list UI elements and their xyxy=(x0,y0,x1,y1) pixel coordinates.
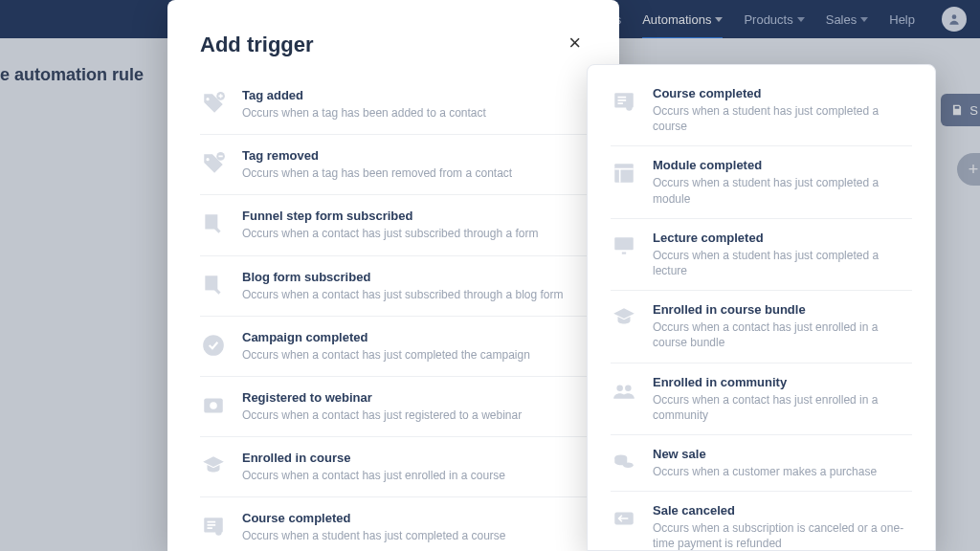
trigger-title: Enrolled in course xyxy=(242,451,505,465)
trigger-item[interactable]: Sale canceledOccurs when a subscription … xyxy=(611,492,912,551)
trigger-item[interactable]: Registered to webinarOccurs when a conta… xyxy=(200,377,587,437)
trigger-item[interactable]: Tag removedOccurs when a tag has been re… xyxy=(200,135,587,195)
trigger-desc: Occurs when a tag has been added to a co… xyxy=(242,105,486,121)
trigger-title: Course completed xyxy=(653,86,912,100)
trigger-desc: Occurs when a customer makes a purchase xyxy=(653,464,877,479)
trigger-title: Registered to webinar xyxy=(242,390,522,405)
trigger-desc: Occurs when a contact has just enrolled … xyxy=(242,468,505,483)
trigger-popover: Course completedOccurs when a student ha… xyxy=(587,64,936,551)
trigger-item[interactable]: Enrolled in courseOccurs when a contact … xyxy=(200,437,587,497)
trigger-title: Enrolled in course bundle xyxy=(653,302,912,317)
trigger-desc: Occurs when a contact has just enrolled … xyxy=(653,320,912,350)
trigger-title: New sale xyxy=(653,447,877,461)
modal-title: Add trigger xyxy=(200,33,314,57)
grad-cap-icon xyxy=(200,452,227,479)
trigger-item[interactable]: Lecture completedOccurs when a student h… xyxy=(611,219,912,291)
trigger-desc: Occurs when a contact has just registere… xyxy=(242,408,522,423)
trigger-desc: Occurs when a subscription is canceled o… xyxy=(653,520,912,551)
refund-icon xyxy=(611,505,637,532)
trigger-item[interactable]: Course completedOccurs when a student ha… xyxy=(200,497,587,551)
trigger-item[interactable]: Blog form subscribedOccurs when a contac… xyxy=(200,256,587,317)
camera-icon xyxy=(200,392,227,419)
trigger-desc: Occurs when a tag has been removed from … xyxy=(242,165,512,181)
trigger-title: Sale canceled xyxy=(653,503,912,518)
popover-trigger-list: Course completedOccurs when a student ha… xyxy=(588,65,935,551)
grad-cap-icon xyxy=(611,304,637,331)
trigger-title: Course completed xyxy=(242,511,505,525)
trigger-item[interactable]: Campaign completedOccurs when a contact … xyxy=(200,317,587,377)
trigger-title: Blog form subscribed xyxy=(242,270,564,284)
trigger-desc: Occurs when a contact has just subscribe… xyxy=(242,287,564,302)
trigger-title: Funnel step form subscribed xyxy=(242,209,539,223)
coins-icon xyxy=(611,449,637,475)
add-trigger-modal: Add trigger × Tag addedOccurs when a tag… xyxy=(167,0,619,551)
trigger-list: Tag addedOccurs when a tag has been adde… xyxy=(167,75,619,551)
trigger-title: Tag added xyxy=(242,88,486,102)
tag-plus-icon xyxy=(200,90,227,117)
trigger-desc: Occurs when a contact has just enrolled … xyxy=(653,392,912,423)
certificate-icon xyxy=(611,88,637,115)
badge-check-icon xyxy=(200,332,227,359)
trigger-item[interactable]: Module completedOccurs when a student ha… xyxy=(611,146,912,218)
trigger-item[interactable]: Funnel step form subscribedOccurs when a… xyxy=(200,195,587,255)
module-icon xyxy=(611,160,637,187)
trigger-title: Module completed xyxy=(653,158,912,172)
tag-minus-icon xyxy=(200,150,227,177)
trigger-title: Lecture completed xyxy=(653,231,912,245)
trigger-title: Tag removed xyxy=(242,148,512,163)
close-button[interactable]: × xyxy=(563,29,587,57)
trigger-desc: Occurs when a student has just completed… xyxy=(653,103,912,134)
trigger-item[interactable]: New saleOccurs when a customer makes a p… xyxy=(611,435,912,492)
trigger-desc: Occurs when a student has just completed… xyxy=(653,248,912,278)
certificate-icon xyxy=(200,513,227,540)
trigger-desc: Occurs when a student has just completed… xyxy=(653,175,912,206)
trigger-title: Campaign completed xyxy=(242,330,530,344)
trigger-item[interactable]: Course completedOccurs when a student ha… xyxy=(611,75,912,146)
trigger-title: Enrolled in community xyxy=(653,375,912,389)
pointer-form-icon xyxy=(200,210,227,237)
lecture-icon xyxy=(611,232,637,259)
trigger-desc: Occurs when a contact has just completed… xyxy=(242,347,530,363)
trigger-item[interactable]: Enrolled in communityOccurs when a conta… xyxy=(611,364,912,435)
trigger-item[interactable]: Enrolled in course bundleOccurs when a c… xyxy=(611,291,912,363)
community-icon xyxy=(611,377,637,404)
trigger-desc: Occurs when a student has just completed… xyxy=(242,528,505,543)
pointer-form-icon xyxy=(200,272,227,298)
trigger-item[interactable]: Tag addedOccurs when a tag has been adde… xyxy=(200,75,587,135)
trigger-desc: Occurs when a contact has just subscribe… xyxy=(242,226,539,241)
